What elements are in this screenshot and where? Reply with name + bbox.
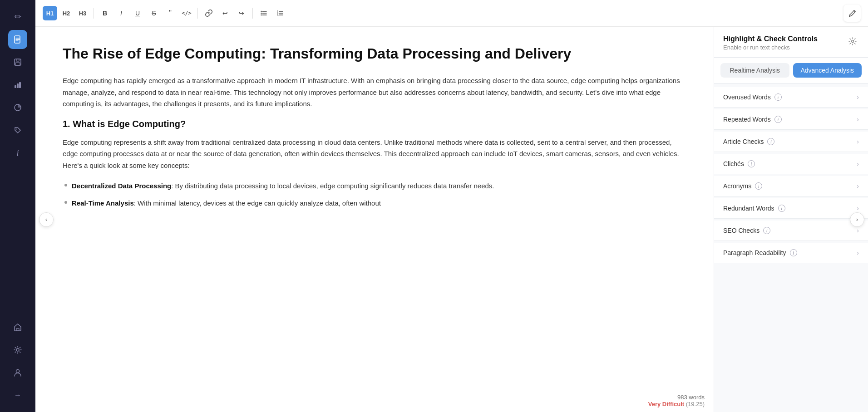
svg-point-25 xyxy=(852,40,854,43)
paragraph-readability-chevron-icon: › xyxy=(857,249,859,256)
sidebar-icon-settings[interactable] xyxy=(8,340,27,359)
sidebar-icon-tag[interactable] xyxy=(8,121,27,140)
redo-button[interactable]: ↪ xyxy=(234,6,249,20)
toolbar: H1 H2 H3 B I U S " </> ↩ ↪ 1.2.3. xyxy=(35,0,868,27)
svg-rect-4 xyxy=(15,63,20,65)
panel-header-text: Highlight & Check Controls Enable or run… xyxy=(723,35,818,51)
right-panel: Highlight & Check Controls Enable or run… xyxy=(714,27,868,412)
cliches-chevron-icon: › xyxy=(857,160,859,167)
seo-checks-info-icon[interactable]: i xyxy=(763,227,770,234)
sidebar-icon-pencil[interactable]: ✏ xyxy=(8,7,27,26)
bullet-rest-2: : With minimal latency, devices at the e… xyxy=(134,199,381,207)
check-item-acronyms[interactable]: Acronyms i › xyxy=(714,176,868,196)
editor[interactable]: The Rise of Edge Computing: Transforming… xyxy=(35,27,714,412)
difficulty-score: (19.25) xyxy=(686,401,705,407)
content-area: ‹ The Rise of Edge Computing: Transformi… xyxy=(35,27,868,412)
bullet-item-2: Real-Time Analysis: With minimal latency… xyxy=(72,197,686,209)
bullet-rest-1: : By distributing data processing to loc… xyxy=(171,182,494,190)
acronyms-info-icon[interactable]: i xyxy=(755,182,762,190)
repeated-words-info-icon[interactable]: i xyxy=(774,116,782,123)
link-button[interactable] xyxy=(202,6,216,20)
sidebar-icon-doc-check[interactable] xyxy=(8,30,27,49)
underline-button[interactable]: U xyxy=(130,6,145,20)
article-checks-info-icon[interactable]: i xyxy=(767,138,774,145)
check-item-article-checks[interactable]: Article Checks i › xyxy=(714,132,868,152)
word-count-bar: 983 words Very Difficult (19.25) xyxy=(639,389,714,412)
code-button[interactable]: </> xyxy=(179,6,194,20)
check-item-paragraph-readability[interactable]: Paragraph Readability i › xyxy=(714,243,868,263)
bold-button[interactable]: B xyxy=(98,6,112,20)
unordered-list-button[interactable] xyxy=(256,6,271,20)
panel-header: Highlight & Check Controls Enable or run… xyxy=(714,27,868,58)
svg-point-13 xyxy=(261,11,261,12)
strikethrough-button[interactable]: S xyxy=(147,6,161,20)
paragraph-readability-label: Paragraph Readability xyxy=(723,249,786,256)
redundant-words-chevron-icon: › xyxy=(857,205,859,212)
check-item-cliches[interactable]: Clichés i › xyxy=(714,154,868,174)
article-title: The Rise of Edge Computing: Transforming… xyxy=(63,45,686,62)
panel-title: Highlight & Check Controls xyxy=(723,35,818,43)
redundant-words-info-icon[interactable]: i xyxy=(778,205,785,212)
sidebar: ✏ i → xyxy=(0,0,35,412)
heading3-button[interactable]: H3 xyxy=(75,6,90,20)
svg-point-12 xyxy=(16,370,20,373)
edit-mode-button[interactable] xyxy=(843,5,861,22)
heading2-button[interactable]: H2 xyxy=(59,6,74,20)
article-checks-label: Article Checks xyxy=(723,138,764,145)
ordered-list-button[interactable]: 1.2.3. xyxy=(273,6,287,20)
svg-point-11 xyxy=(16,348,19,351)
undo-button[interactable]: ↩ xyxy=(218,6,232,20)
panel-subtitle: Enable or run text checks xyxy=(723,44,818,51)
acronyms-chevron-icon: › xyxy=(857,182,859,190)
analysis-tab-row: Realtime Analysis Advanced Analysis xyxy=(714,58,868,83)
section-heading: 1. What is Edge Computing? xyxy=(63,119,686,129)
heading1-button[interactable]: H1 xyxy=(43,6,57,20)
repeated-words-chevron-icon: › xyxy=(857,116,859,123)
svg-rect-6 xyxy=(17,83,19,88)
main-area: H1 H2 H3 B I U S " </> ↩ ↪ 1.2.3. ‹ T xyxy=(35,0,868,412)
bullet-item-1: Decentralized Data Processing: By distri… xyxy=(72,180,686,192)
cliches-info-icon[interactable]: i xyxy=(748,160,755,167)
article-checks-chevron-icon: › xyxy=(857,138,859,145)
svg-point-9 xyxy=(16,129,17,130)
seo-checks-label: SEO Checks xyxy=(723,227,760,234)
redundant-words-label: Redundant Words xyxy=(723,205,774,212)
sidebar-icon-chart-pie[interactable] xyxy=(8,98,27,117)
intro-paragraph: Edge computing has rapidly emerged as a … xyxy=(63,75,686,110)
svg-point-17 xyxy=(261,15,261,15)
paragraph-readability-info-icon[interactable]: i xyxy=(790,249,797,256)
overused-words-info-icon[interactable]: i xyxy=(774,93,782,101)
check-item-seo-checks[interactable]: SEO Checks i › xyxy=(714,221,868,241)
toolbar-divider-2 xyxy=(197,8,198,19)
sidebar-icon-user[interactable] xyxy=(8,363,27,382)
toolbar-divider-1 xyxy=(94,8,94,19)
blockquote-button[interactable]: " xyxy=(163,6,178,20)
seo-checks-chevron-icon: › xyxy=(857,227,859,234)
cliches-label: Clichés xyxy=(723,160,744,167)
prev-page-arrow[interactable]: ‹ xyxy=(39,212,54,227)
sidebar-icon-save[interactable] xyxy=(8,53,27,72)
next-page-arrow[interactable]: › xyxy=(850,212,864,227)
sidebar-icon-home[interactable] xyxy=(8,318,27,337)
section-paragraph: Edge computing represents a shift away f… xyxy=(63,137,686,172)
repeated-words-label: Repeated Words xyxy=(723,116,771,123)
bullet-bold-2: Real-Time Analysis xyxy=(72,199,134,207)
italic-button[interactable]: I xyxy=(114,6,128,20)
svg-point-15 xyxy=(261,13,261,14)
overused-words-label: Overused Words xyxy=(723,93,771,101)
word-count: 983 words xyxy=(648,394,705,401)
check-item-redundant-words[interactable]: Redundant Words i › xyxy=(714,198,868,219)
bullet-list: Decentralized Data Processing: By distri… xyxy=(63,180,686,209)
difficulty-label: Very Difficult xyxy=(648,401,684,407)
check-item-repeated-words[interactable]: Repeated Words i › xyxy=(714,109,868,130)
realtime-analysis-tab[interactable]: Realtime Analysis xyxy=(720,63,789,78)
svg-rect-5 xyxy=(15,85,16,88)
sidebar-icon-chart-bar[interactable] xyxy=(8,75,27,94)
check-item-overused-words[interactable]: Overused Words i › xyxy=(714,87,868,108)
panel-gear-button[interactable] xyxy=(846,35,859,48)
svg-rect-7 xyxy=(19,82,21,88)
sidebar-icon-arrow-right[interactable]: → xyxy=(8,386,27,405)
advanced-analysis-tab[interactable]: Advanced Analysis xyxy=(793,63,862,78)
bullet-bold-1: Decentralized Data Processing xyxy=(72,182,171,190)
sidebar-icon-info[interactable]: i xyxy=(8,143,27,162)
